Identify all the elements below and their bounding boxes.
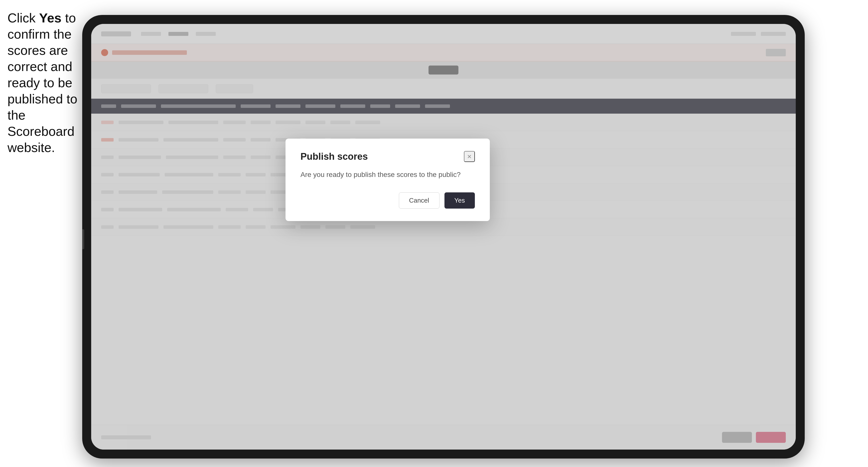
- modal-body-text: Are you ready to publish these scores to…: [301, 169, 475, 180]
- cancel-button[interactable]: Cancel: [399, 192, 439, 209]
- tablet-screen: Publish scores × Are you ready to publis…: [91, 24, 796, 449]
- instruction-bold: Yes: [39, 11, 62, 25]
- yes-button[interactable]: Yes: [444, 192, 475, 209]
- tablet-device: Publish scores × Are you ready to publis…: [82, 15, 805, 459]
- modal-title-row: Publish scores ×: [301, 151, 475, 162]
- instruction-text: Click Yes to confirm the scores are corr…: [7, 10, 80, 156]
- modal-action-row: Cancel Yes: [301, 192, 475, 209]
- modal-title: Publish scores: [301, 151, 368, 162]
- close-icon: ×: [467, 152, 472, 161]
- modal-overlay: [91, 24, 796, 449]
- instruction-prefix: Click: [7, 11, 39, 25]
- modal-dialog: Publish scores × Are you ready to publis…: [285, 138, 490, 221]
- modal-close-button[interactable]: ×: [464, 151, 475, 162]
- tablet-side-button: [82, 229, 84, 249]
- instruction-suffix: to confirm the scores are correct and re…: [7, 11, 77, 155]
